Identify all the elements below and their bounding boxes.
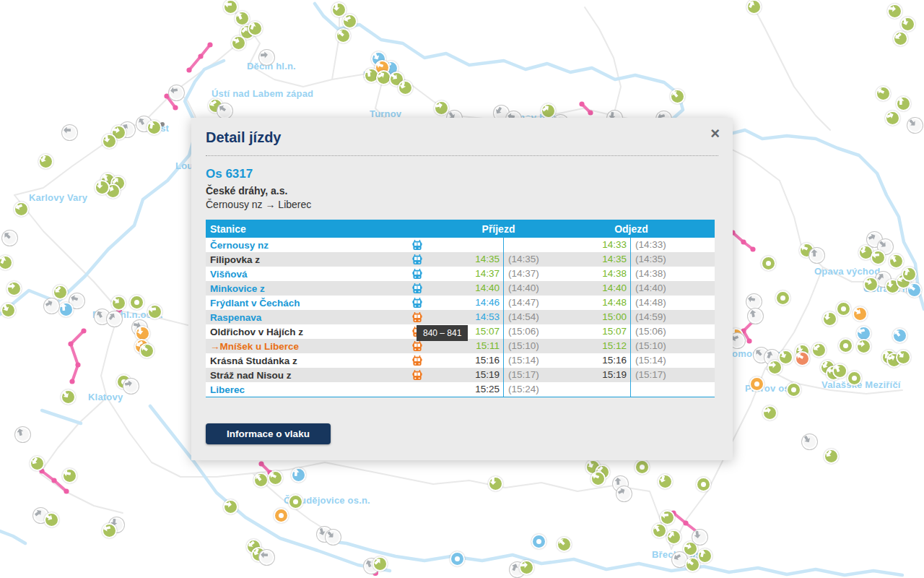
map-station-marker[interactable] [147,304,162,319]
map-station-marker[interactable] [372,556,388,571]
map-station-marker[interactable] [398,80,413,95]
map-station-marker[interactable] [666,530,681,545]
map-station-marker[interactable] [14,202,29,217]
map-station-marker[interactable] [557,537,572,552]
map-station-marker[interactable] [259,550,274,565]
map-station-marker[interactable] [217,103,232,118]
map-station-marker[interactable] [809,248,824,263]
map-station-marker[interactable] [541,103,556,118]
map-station-marker[interactable] [902,267,917,282]
map-station-marker[interactable] [590,471,606,486]
map-station-marker[interactable] [61,389,76,405]
map-station-marker[interactable] [876,86,891,101]
map-station-marker[interactable] [847,371,862,386]
map-station-marker[interactable] [853,306,868,322]
map-station-marker[interactable] [907,118,923,133]
map-station-marker[interactable] [893,31,908,46]
map-station-marker[interactable] [746,294,762,309]
map-station-marker[interactable] [38,154,53,169]
map-station-marker[interactable] [268,470,283,486]
map-station-marker[interactable] [697,548,712,564]
map-station-marker[interactable] [907,282,922,298]
map-station-marker[interactable] [802,434,817,449]
map-station-marker[interactable] [892,328,907,343]
map-station-marker[interactable] [670,89,685,104]
map-station-marker[interactable] [871,250,886,265]
map-station-marker[interactable] [129,295,144,310]
map-station-marker[interactable] [832,363,847,379]
map-station-marker[interactable] [856,339,871,354]
map-station-marker[interactable] [822,311,837,327]
map-station-marker[interactable] [1,303,16,318]
map-station-marker[interactable] [102,134,117,149]
map-station-marker[interactable] [248,21,263,36]
station-link[interactable]: Minkovice z [206,283,404,294]
map-station-marker[interactable] [748,309,763,324]
map-station-marker[interactable] [44,298,59,314]
station-link[interactable]: Liberec [206,384,404,395]
map-station-marker[interactable] [652,523,667,538]
map-station-marker[interactable] [223,499,238,514]
map-station-marker[interactable] [62,468,77,483]
map-station-marker[interactable] [291,467,306,483]
map-station-marker[interactable] [836,301,851,316]
map-station-marker[interactable] [147,120,162,135]
map-station-marker[interactable] [488,476,503,491]
map-station-marker[interactable] [635,460,650,475]
map-station-marker[interactable] [746,0,762,14]
map-station-marker[interactable] [235,11,250,26]
map-station-marker[interactable] [30,456,45,471]
map-station-marker[interactable] [95,180,110,195]
map-station-marker[interactable] [696,477,711,492]
station-link[interactable]: Černousy nz [206,240,404,251]
map-station-marker[interactable] [658,474,673,489]
map-station-marker[interactable] [326,530,341,545]
map-station-marker[interactable] [62,125,77,140]
map-station-marker[interactable] [288,494,303,509]
map-station-marker[interactable] [44,512,59,527]
map-station-marker[interactable] [692,530,707,545]
map-station-marker[interactable] [15,427,30,442]
map-station-marker[interactable] [336,28,351,43]
map-station-marker[interactable] [896,96,911,111]
map-station-marker[interactable] [838,338,853,353]
train-number[interactable]: Os 6317 [206,167,718,181]
map-station-marker[interactable] [102,523,117,538]
train-info-button[interactable]: Informace o vlaku [206,423,331,444]
map-station-marker[interactable] [811,342,827,358]
map-station-marker[interactable] [434,100,449,116]
map-station-marker[interactable] [2,230,17,246]
map-station-marker[interactable] [531,534,546,549]
map-station-marker[interactable] [762,405,777,420]
map-station-marker[interactable] [274,508,289,523]
map-station-marker[interactable] [450,551,465,566]
map-station-marker[interactable] [139,343,154,358]
map-station-marker[interactable] [778,350,793,365]
close-icon[interactable]: × [710,126,720,142]
map-station-marker[interactable] [253,473,269,488]
map-station-marker[interactable] [863,277,879,292]
map-station-marker[interactable] [885,111,900,126]
station-link[interactable]: Frýdlant v Čechách [206,298,404,309]
map-station-marker[interactable] [111,296,126,311]
map-station-marker[interactable] [107,311,122,327]
map-station-marker[interactable] [786,382,801,397]
map-station-marker[interactable] [519,560,534,575]
map-station-marker[interactable] [795,351,810,366]
map-station-marker[interactable] [259,50,274,65]
map-station-marker[interactable] [58,302,74,317]
map-station-marker[interactable] [896,350,911,365]
map-station-marker[interactable] [6,281,22,296]
map-station-marker[interactable] [223,0,238,14]
station-link[interactable]: Višňová [206,269,404,280]
map-station-marker[interactable] [616,486,632,501]
map-station-marker[interactable] [887,4,902,19]
map-station-marker[interactable] [231,35,246,51]
map-station-marker[interactable] [342,14,357,29]
map-station-marker[interactable] [749,376,764,392]
map-station-marker[interactable] [53,285,68,300]
map-station-marker[interactable] [889,254,904,269]
station-link[interactable]: →Mníšek u Liberce [206,341,404,352]
map-station-marker[interactable] [824,449,839,464]
map-station-marker[interactable] [900,17,915,32]
